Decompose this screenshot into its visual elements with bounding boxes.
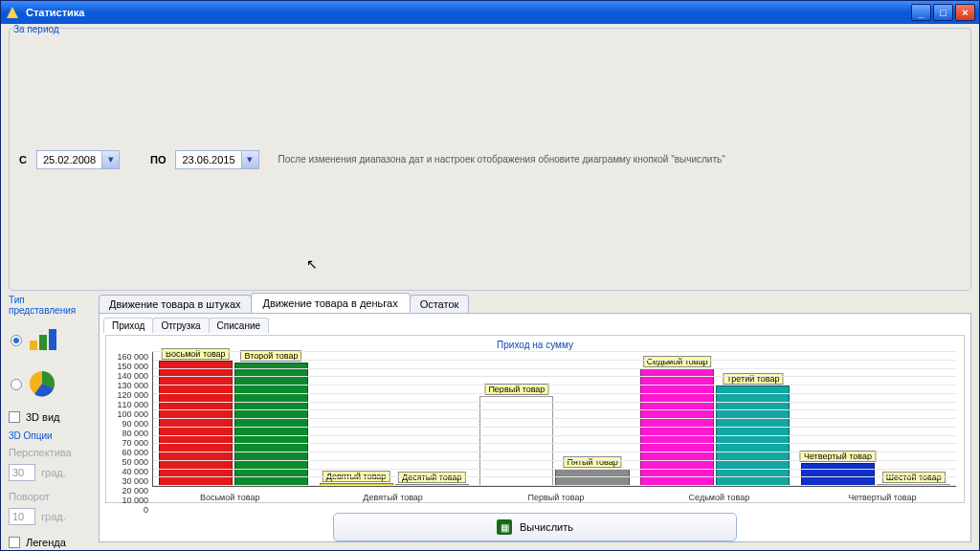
close-button[interactable]: × [955, 4, 975, 21]
calculate-button[interactable]: ▦ Вычислить [333, 513, 737, 541]
pie-chart-icon [28, 369, 56, 400]
tab-units[interactable]: Движение товара в штуках [99, 295, 252, 313]
maximize-button[interactable]: □ [933, 4, 953, 21]
bar-group: Седьмой товарТретий товар [635, 352, 795, 486]
app-icon [5, 5, 20, 20]
rotate-stepper: 10 град. [9, 506, 93, 527]
chevron-down-icon[interactable]: ▾ [241, 151, 258, 168]
sub-tabs: Приход Отгрузка Списание [100, 314, 970, 333]
bar-group: Девятый товарДесятый товар [314, 352, 475, 486]
bar-chart-icon [28, 327, 62, 354]
bar[interactable]: Восьмой товар [159, 361, 233, 486]
period-hint: После изменения диапазона дат и настроек… [278, 154, 725, 165]
svg-rect-3 [49, 329, 56, 350]
calculate-label: Вычислить [520, 521, 573, 533]
x-tick: Первый товар [475, 491, 637, 502]
x-tick: Седьмой товар [637, 491, 800, 502]
date-from[interactable]: 25.02.2008 ▾ [36, 150, 120, 169]
chart-plot[interactable]: 160 000150 000140 000130 000120 000110 0… [106, 352, 964, 491]
main-area: Движение товара в штуках Движение товара… [99, 293, 971, 542]
view-pie-radio[interactable] [9, 364, 93, 406]
y-axis: 160 000150 000140 000130 000120 000110 0… [110, 352, 152, 487]
rotate-label: Поворот [9, 491, 93, 502]
y-tick: 160 000 [117, 352, 148, 362]
chevron-down-icon[interactable]: ▾ [101, 151, 119, 168]
y-tick: 60 000 [122, 448, 148, 457]
perspective-stepper: 30 град. [9, 462, 93, 483]
chart-grid: Восьмой товарВторой товарДевятый товарДе… [152, 352, 956, 487]
y-tick: 110 000 [117, 400, 148, 409]
bar-label: Восьмой товар [162, 348, 230, 360]
x-tick: Восьмой товар [148, 491, 311, 502]
y-tick: 40 000 [122, 467, 148, 476]
from-label: С [19, 154, 27, 165]
subtab-incoming[interactable]: Приход [103, 318, 153, 333]
x-tick: Девятый товар [311, 491, 474, 502]
period-panel: С 25.02.2008 ▾ ПО 23.06.2015 ▾ После изм… [9, 28, 971, 291]
y-tick: 140 000 [117, 371, 148, 381]
bar-group: Первый товарПятый товар [475, 352, 635, 486]
y-tick: 130 000 [117, 381, 148, 390]
checkbox-icon [9, 411, 20, 423]
y-tick: 70 000 [122, 438, 148, 448]
to-label: ПО [150, 154, 166, 165]
window-title: Статистика [26, 7, 909, 18]
titlebar: Статистика _ □ × [1, 1, 979, 24]
app-window: Статистика _ □ × За период С 25.02.2008 … [0, 0, 980, 551]
bar-group: Четвертый товарШестой товар [795, 352, 956, 486]
chart-title: Приход на сумму [106, 336, 964, 352]
bar[interactable]: Четвертый товар [801, 463, 875, 487]
y-tick: 120 000 [117, 390, 148, 400]
bar-label: Пятый товар [563, 456, 621, 468]
chart-bars: Восьмой товарВторой товарДевятый товарДе… [153, 352, 956, 486]
svg-rect-1 [30, 341, 37, 350]
x-tick: Четвертый товар [801, 491, 964, 502]
date-from-value: 25.02.2008 [37, 154, 101, 165]
y-tick: 150 000 [117, 362, 148, 371]
date-to[interactable]: 23.06.2015 ▾ [175, 150, 258, 169]
svg-rect-2 [39, 335, 47, 350]
y-tick: 30 000 [122, 476, 148, 486]
top-tabs: Движение товара в штуках Движение товара… [99, 293, 971, 313]
footer: ▦ Вычислить [100, 509, 970, 541]
legend-checkbox[interactable]: Легенда [9, 535, 93, 550]
3d-label: 3D вид [26, 411, 60, 423]
view-bar-radio[interactable] [9, 321, 93, 360]
deg-unit: град. [41, 467, 66, 478]
3d-options-title: 3D Опции [9, 429, 93, 443]
y-tick: 80 000 [122, 429, 148, 438]
y-tick: 50 000 [122, 457, 148, 467]
deg-unit: град. [41, 511, 66, 522]
tab-remainder[interactable]: Остаток [410, 295, 470, 313]
checkbox-icon [9, 537, 20, 548]
radio-icon [11, 335, 22, 346]
subtab-shipment[interactable]: Отгрузка [152, 318, 209, 333]
sidebar: Тип представления [9, 293, 93, 542]
chart-container: Приход на сумму 160 000150 000140 000130… [105, 335, 965, 503]
content: За период С 25.02.2008 ▾ ПО 23.06.2015 ▾… [1, 24, 979, 550]
calculator-icon: ▦ [497, 519, 512, 535]
period-group-title: За период [13, 24, 59, 34]
subtab-writeoff[interactable]: Списание [209, 318, 269, 333]
view-type-title: Тип представления [9, 293, 93, 318]
tab-money[interactable]: Движение товара в деньгах [251, 293, 411, 313]
bar-label: Третий товар [723, 373, 783, 385]
radio-icon [11, 379, 22, 390]
date-to-value: 23.06.2015 [176, 154, 240, 165]
3d-checkbox[interactable]: 3D вид [9, 409, 93, 425]
perspective-label: Перспектива [9, 447, 93, 458]
rotate-value[interactable]: 10 [9, 508, 35, 525]
tab-panel: Приход Отгрузка Списание Приход на сумму… [99, 313, 971, 542]
legend-label: Легенда [26, 537, 66, 548]
minimize-button[interactable]: _ [911, 4, 931, 21]
y-tick: 90 000 [122, 419, 148, 429]
bar-group: Восьмой товарВторой товар [153, 352, 314, 486]
perspective-value[interactable]: 30 [9, 464, 35, 481]
svg-marker-0 [7, 7, 18, 18]
bar-label: Седьмой товар [643, 356, 712, 367]
y-tick: 100 000 [117, 409, 148, 419]
x-axis-labels: Восьмой товарДевятый товарПервый товарСе… [106, 491, 964, 502]
